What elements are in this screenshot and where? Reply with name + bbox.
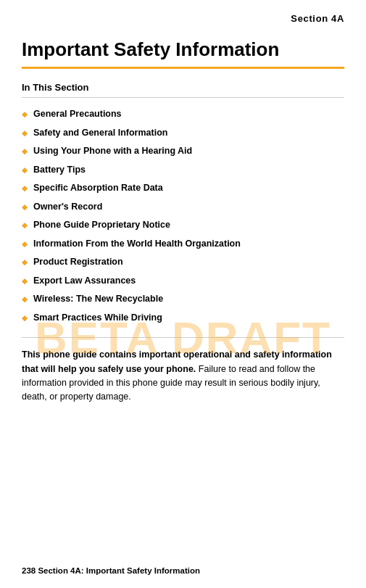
- list-item[interactable]: ◆ Specific Absorption Rate Data: [22, 179, 344, 198]
- list-item[interactable]: ◆ Using Your Phone with a Hearing Aid: [22, 142, 344, 161]
- section-label: Section 4A: [291, 13, 344, 24]
- bullet-icon: ◆: [22, 183, 28, 194]
- toc-item-label: Export Law Assurances: [33, 275, 136, 288]
- list-item[interactable]: ◆ Owner's Record: [22, 198, 344, 217]
- bullet-icon: ◆: [22, 109, 28, 120]
- toc-item-label: Phone Guide Proprietary Notice: [33, 219, 170, 232]
- bullet-icon: ◆: [22, 128, 28, 138]
- toc-item-label: Specific Absorption Rate Data: [33, 182, 163, 195]
- description-text: This phone guide contains important oper…: [0, 338, 366, 405]
- section-header: Section 4A: [0, 0, 366, 31]
- list-item[interactable]: ◆ Safety and General Information: [22, 124, 344, 143]
- toc-item-label: Using Your Phone with a Hearing Aid: [33, 145, 192, 158]
- list-item[interactable]: ◆ Information From the World Health Orga…: [22, 235, 344, 254]
- bullet-icon: ◆: [22, 276, 28, 286]
- toc-item-label: Wireless: The New Recyclable: [33, 293, 163, 306]
- page-title: Important Safety Information: [0, 31, 366, 61]
- footer-text: 238 Section 4A: Important Safety Informa…: [22, 566, 200, 575]
- page-container: Section 4A Important Safety Information …: [0, 0, 366, 588]
- list-item[interactable]: ◆ Smart Practices While Driving: [22, 309, 344, 328]
- in-this-section-label: In This Section: [0, 69, 366, 93]
- toc-item-label: Safety and General Information: [33, 127, 167, 140]
- toc-list: ◆ General Precautions ◆ Safety and Gener…: [0, 98, 366, 327]
- list-item[interactable]: ◆ Export Law Assurances: [22, 272, 344, 291]
- list-item[interactable]: ◆ General Precautions: [22, 105, 344, 124]
- list-item[interactable]: ◆ Wireless: The New Recyclable: [22, 290, 344, 309]
- toc-item-label: Smart Practices While Driving: [33, 312, 162, 325]
- bullet-icon: ◆: [22, 313, 28, 323]
- bullet-icon: ◆: [22, 294, 28, 305]
- bullet-icon: ◆: [22, 239, 28, 249]
- bullet-icon: ◆: [22, 146, 28, 157]
- bullet-icon: ◆: [22, 220, 28, 231]
- toc-item-label: Battery Tips: [33, 164, 86, 177]
- bullet-icon: ◆: [22, 165, 28, 175]
- toc-item-label: Owner's Record: [33, 201, 102, 214]
- bullet-icon: ◆: [22, 202, 28, 212]
- list-item[interactable]: ◆ Battery Tips: [22, 161, 344, 180]
- list-item[interactable]: ◆ Product Registration: [22, 253, 344, 272]
- list-item[interactable]: ◆ Phone Guide Proprietary Notice: [22, 216, 344, 235]
- toc-item-label: General Precautions: [33, 108, 122, 121]
- toc-item-label: Information From the World Health Organi…: [33, 238, 241, 251]
- bullet-icon: ◆: [22, 257, 28, 268]
- toc-item-label: Product Registration: [33, 256, 123, 269]
